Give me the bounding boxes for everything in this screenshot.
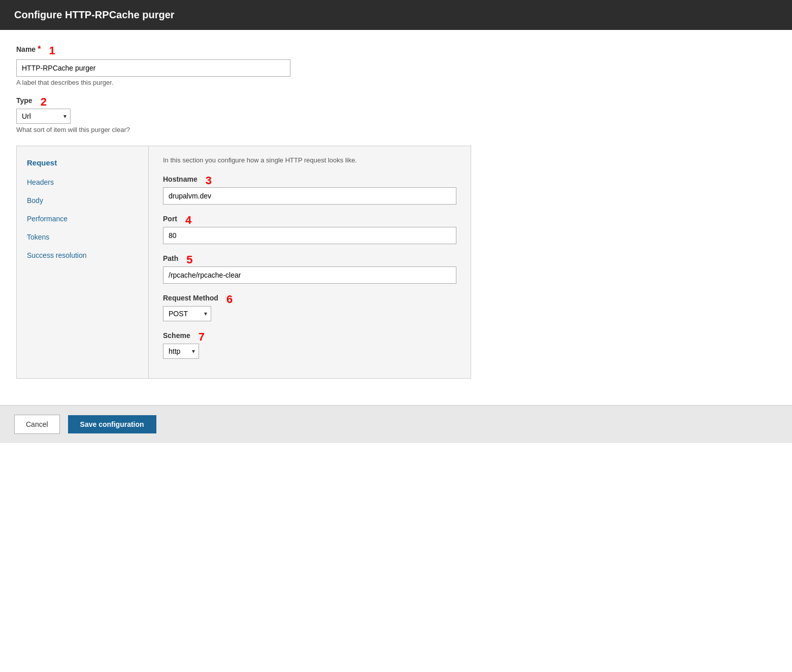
annotation-3: 3: [206, 174, 212, 187]
annotation-1: 1: [49, 44, 55, 57]
sidebar-nav: Request Headers Body Performance Tokens …: [17, 146, 149, 378]
section-layout: Request Headers Body Performance Tokens …: [17, 146, 471, 378]
footer-bar: Cancel Save configuration: [0, 405, 792, 443]
sidebar-item-body[interactable]: Body: [17, 191, 148, 210]
port-input[interactable]: [163, 227, 456, 244]
cancel-button[interactable]: Cancel: [14, 415, 60, 434]
request-section-panel: Request Headers Body Performance Tokens …: [16, 146, 471, 379]
request-method-label: Request Method: [163, 294, 218, 302]
scheme-label: Scheme: [163, 331, 190, 340]
scheme-select[interactable]: http https: [163, 344, 199, 359]
section-description: In this section you configure how a sing…: [163, 156, 456, 164]
type-select-wrapper: Url Tag Everything: [16, 109, 71, 124]
type-select[interactable]: Url Tag Everything: [16, 109, 71, 124]
request-method-field-group: Request Method 6 GET POST PUT DELETE PUR…: [163, 293, 456, 321]
request-method-select-wrapper: GET POST PUT DELETE PURGE: [163, 306, 211, 321]
path-label: Path: [163, 254, 178, 262]
annotation-5: 5: [186, 253, 192, 266]
required-indicator: *: [38, 45, 41, 54]
path-input[interactable]: [163, 266, 456, 284]
sidebar-item-performance[interactable]: Performance: [17, 210, 148, 228]
annotation-4: 4: [185, 214, 191, 227]
type-hint: What sort of item will this purger clear…: [16, 126, 471, 133]
port-field-group: Port 4: [163, 214, 456, 244]
port-label: Port: [163, 215, 177, 223]
annotation-7: 7: [199, 330, 205, 344]
type-field-group: Type 2 Url Tag Everything What sort of i…: [16, 95, 471, 133]
annotation-6: 6: [226, 293, 233, 306]
annotation-2: 2: [41, 95, 47, 109]
name-input-wrapper: [16, 59, 290, 77]
hostname-label: Hostname: [163, 175, 197, 183]
scheme-select-wrapper: http https: [163, 344, 199, 359]
main-content: Name * 1 A label that describes this pur…: [0, 30, 487, 405]
name-hint: A label that describes this purger.: [16, 79, 471, 86]
page-header: Configure HTTP-RPCache purger: [0, 0, 792, 30]
name-input[interactable]: [16, 59, 290, 77]
page-title: Configure HTTP-RPCache purger: [14, 9, 175, 20]
scheme-field-group: Scheme 7 http https: [163, 330, 456, 359]
save-button[interactable]: Save configuration: [68, 415, 156, 433]
hostname-field-group: Hostname 3: [163, 174, 456, 205]
sidebar-item-tokens[interactable]: Tokens: [17, 228, 148, 246]
type-label: Type: [16, 96, 32, 105]
sidebar-item-headers[interactable]: Headers: [17, 173, 148, 191]
sidebar-item-success-resolution[interactable]: Success resolution: [17, 246, 148, 264]
request-method-select[interactable]: GET POST PUT DELETE PURGE: [163, 306, 211, 321]
hostname-input[interactable]: [163, 187, 456, 205]
path-field-group: Path 5: [163, 253, 456, 284]
nav-title: Request: [17, 154, 148, 173]
name-label: Name *: [16, 45, 41, 54]
section-content: In this section you configure how a sing…: [149, 146, 471, 378]
name-field-group: Name * 1 A label that describes this pur…: [16, 44, 471, 86]
